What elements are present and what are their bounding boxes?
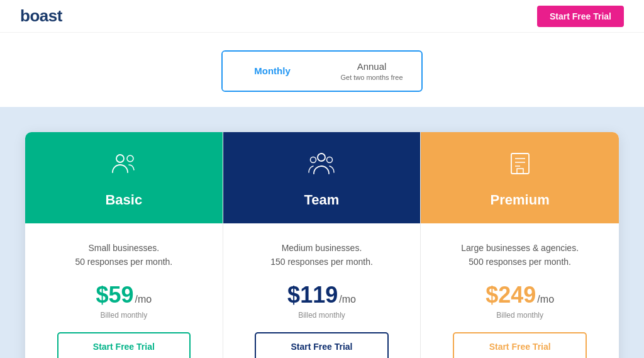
annual-label: Annual <box>357 60 387 73</box>
team-price: $119 /mo <box>287 282 356 308</box>
annual-toggle-button[interactable]: Annual Get two months free <box>322 52 421 91</box>
premium-icon <box>506 150 534 183</box>
billing-toggle-section: Monthly Annual Get two months free <box>0 33 644 107</box>
plan-header-team: Team <box>223 132 421 223</box>
premium-price: $249 /mo <box>486 282 554 308</box>
svg-point-4 <box>327 157 333 162</box>
svg-rect-9 <box>517 169 523 174</box>
plan-header-premium: Premium <box>421 132 619 223</box>
team-plan-name: Team <box>304 192 340 208</box>
annual-sublabel: Get two months free <box>340 73 402 82</box>
basic-price-period: /mo <box>135 294 152 305</box>
premium-plan-desc: Large businesses & agencies.500 response… <box>461 241 579 269</box>
team-plan-body: Medium businesses.150 responses per mont… <box>223 223 421 358</box>
premium-billed-text: Billed monthly <box>496 311 543 320</box>
basic-plan-name: Basic <box>105 192 142 208</box>
premium-price-period: /mo <box>537 294 554 305</box>
team-price-period: /mo <box>339 294 356 305</box>
header-cta-button[interactable]: Start Free Trial <box>537 6 624 27</box>
team-billed-text: Billed monthly <box>298 311 345 320</box>
basic-plan-desc: Small businesses.50 responses per month. <box>75 241 172 269</box>
plan-card-premium: Premium Large businesses & agencies.500 … <box>421 132 619 358</box>
svg-point-0 <box>116 155 124 162</box>
monthly-toggle-button[interactable]: Monthly <box>223 52 322 91</box>
header: boast Start Free Trial <box>0 0 644 33</box>
svg-rect-5 <box>511 154 529 174</box>
basic-cta-button[interactable]: Start Free Trial <box>57 332 191 358</box>
team-cta-button[interactable]: Start Free Trial <box>255 332 389 358</box>
basic-price-amount: $59 <box>96 282 133 308</box>
team-plan-desc: Medium businesses.150 responses per mont… <box>270 241 373 269</box>
svg-point-3 <box>311 157 316 162</box>
plan-card-team: Team Medium businesses.150 responses per… <box>223 132 421 358</box>
plan-card-basic: Basic Small businesses.50 responses per … <box>25 132 223 358</box>
plans-grid: Basic Small businesses.50 responses per … <box>25 132 619 358</box>
team-price-amount: $119 <box>287 282 338 308</box>
svg-point-1 <box>127 155 133 162</box>
logo: boast <box>20 6 62 26</box>
basic-icon <box>110 150 138 183</box>
plan-header-basic: Basic <box>25 132 223 223</box>
basic-plan-body: Small businesses.50 responses per month.… <box>25 223 223 358</box>
billing-toggle: Monthly Annual Get two months free <box>221 50 423 92</box>
plans-section: Basic Small businesses.50 responses per … <box>0 107 644 358</box>
team-icon <box>308 150 335 183</box>
basic-billed-text: Billed monthly <box>100 311 147 320</box>
premium-plan-body: Large businesses & agencies.500 response… <box>421 223 619 358</box>
premium-cta-button[interactable]: Start Free Trial <box>453 332 587 358</box>
svg-point-2 <box>318 154 325 161</box>
basic-price: $59 /mo <box>96 282 152 308</box>
premium-plan-name: Premium <box>491 192 550 208</box>
premium-price-amount: $249 <box>486 282 536 308</box>
monthly-label: Monthly <box>254 65 291 77</box>
